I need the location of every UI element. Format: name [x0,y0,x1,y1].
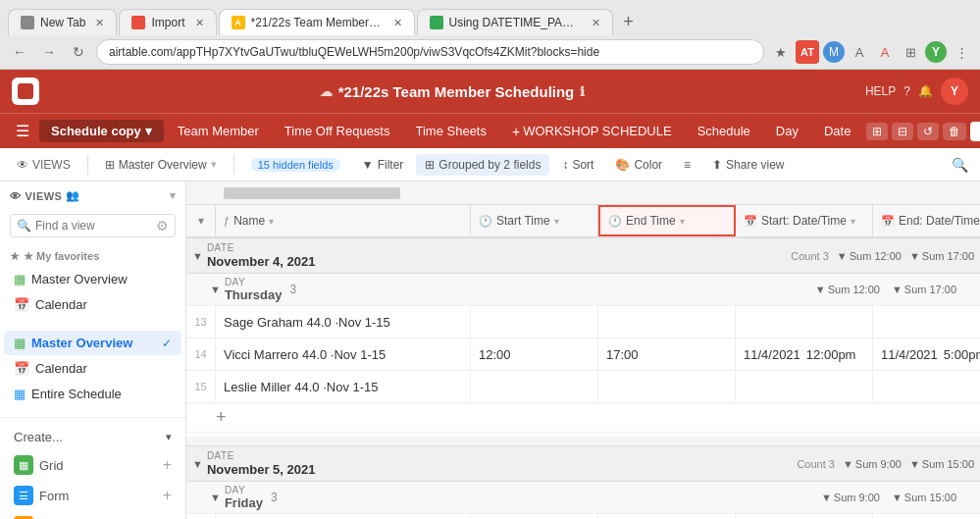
row-end-cell[interactable] [598,306,736,337]
table-row[interactable]: 13 Sage Graham 44.0 ·Nov 1-15 [186,306,980,338]
pdf-icon[interactable]: A [874,41,896,63]
row-end-cell[interactable] [598,514,736,519]
row-name-cell[interactable]: Vicci Marrero 44.0 ·Nov 1-15 [216,338,471,370]
bookmark-icon[interactable]: ★ [770,41,792,63]
master-overview-button[interactable]: ⊞ Master Overview ▾ [96,154,226,176]
sidebar-item-calendar-fav[interactable]: 📅 Calendar [4,292,181,317]
tab-close-icon[interactable]: ✕ [592,17,600,29]
row-enddt-cell[interactable] [873,514,980,519]
day-collapse-icon[interactable]: ▼ [210,492,221,503]
tab-import[interactable]: Import ✕ [119,9,216,35]
sidebar-item-master-overview-fav[interactable]: ▦ Master Overview [4,267,181,291]
sidebar-item-calendar[interactable]: 📅 Calendar [4,356,181,381]
group-nov4-header[interactable]: ▼ DATE November 4, 2021 Count 3 ▼ Sum 12… [186,238,980,274]
nav-icon-2[interactable]: ⊟ [892,123,913,140]
nav-icon-1[interactable]: ⊞ [866,123,888,140]
group-collapse-icon[interactable]: ▼ [192,250,203,262]
table-row[interactable]: 15 Leslie Miller 44.0 ·Nov 1-15 [186,371,980,403]
sidebar-item-master-overview[interactable]: ▦ Master Overview ✓ [4,331,181,355]
address-input[interactable] [96,39,764,65]
group-button[interactable]: ⊞ Grouped by 2 fields [416,154,549,176]
menu-icon[interactable]: ⋮ [951,41,972,63]
help-button[interactable]: HELP [865,84,896,98]
sidebar-settings-gear[interactable]: ⚙ [156,218,169,234]
table-row[interactable]: 16 Sage Graham 44.0 ·Nov 1-15 [186,514,980,519]
nav-tab-time-sheets[interactable]: Time Sheets [403,120,498,142]
question-icon[interactable]: ? [903,84,910,98]
back-button[interactable]: ← [8,40,31,64]
tab-scheduling[interactable]: A *21/22s Team Member Sched... ✕ [219,9,415,35]
sort-button[interactable]: ↕ Sort [553,154,602,176]
forward-button[interactable]: → [37,40,61,64]
search-button[interactable]: 🔍 [948,153,972,177]
group-nov5-header[interactable]: ▼ DATE November 5, 2021 Count 3 ▼ Sum 9:… [186,446,980,482]
share-view-button[interactable]: ⬆ Share view [703,154,793,176]
sidebar-item-entire-schedule[interactable]: ▦ Entire Schedule [4,382,181,406]
profile-icon[interactable]: Y [925,41,947,63]
day-group-thursday-header[interactable]: ▼ DAY Thursday 3 ▼ Sum 12:00 [186,274,980,306]
user-icon[interactable]: M [823,41,845,63]
col-end-header[interactable]: 🕐 End Time ▾ [598,205,736,236]
tab-close-icon[interactable]: ✕ [195,17,204,29]
hidden-fields-button[interactable]: 15 hidden fields [242,154,349,176]
new-tab-button[interactable]: + [615,8,643,35]
create-item-calendar[interactable]: 📅 Calendar + [4,511,181,519]
row-enddt-cell[interactable]: 11/4/2021 5:00pm [873,338,980,370]
app-logo[interactable] [12,78,39,105]
add-row-button[interactable]: + [186,403,980,433]
group-collapse-icon[interactable]: ▼ [192,458,203,470]
row-name-cell[interactable]: Sage Graham 44.0 ·Nov 1-15 [216,306,471,337]
bell-icon[interactable]: 🔔 [918,84,933,98]
share-button[interactable]: SHARE [970,122,980,141]
font-icon[interactable]: A [849,41,870,63]
nav-tab-workshop[interactable]: + WORKSHOP SCHEDULE [500,120,684,143]
tab-close-icon[interactable]: ✕ [95,17,104,29]
sidebar-chevron-icon[interactable]: ▾ [170,189,177,202]
day-collapse-icon[interactable]: ▼ [210,284,221,295]
create-item-grid[interactable]: ▦ Grid + [4,450,181,480]
nav-tab-day[interactable]: Day [764,120,810,142]
views-toggle-button[interactable]: 👁 VIEWS [8,154,79,176]
user-avatar[interactable]: Y [941,78,968,105]
tab-datetime[interactable]: Using DATETIME_PARSE() for... ✕ [417,9,613,35]
row-startdt-cell[interactable] [736,514,873,519]
col-expand[interactable]: ▾ [186,205,216,236]
col-enddt-header[interactable]: 📅 End: Date/Time ▾ [873,205,980,236]
col-start-header[interactable]: 🕐 Start Time ▾ [471,205,598,236]
row-start-cell[interactable] [471,306,598,337]
extensions-icon[interactable]: ⊞ [900,41,921,63]
row-startdt-cell[interactable]: 11/4/2021 12:00pm [736,338,873,370]
nav-tab-team-member[interactable]: Team Member [166,120,271,142]
nav-tab-schedule-copy[interactable]: Schedule copy ▾ [39,120,164,142]
tab-close-icon[interactable]: ✕ [393,17,402,29]
row-end-cell[interactable] [598,371,736,402]
nav-tab-time-off[interactable]: Time Off Requests [273,120,402,142]
color-button[interactable]: 🎨 Color [606,154,671,176]
row-start-cell[interactable] [471,514,598,519]
row-name-cell[interactable]: Leslie Miller 44.0 ·Nov 1-15 [216,371,471,402]
row-start-cell[interactable]: 12:00 [471,338,598,370]
row-height-button[interactable]: ≡ [675,154,699,176]
plus-icon[interactable]: + [163,456,172,474]
col-startdt-header[interactable]: 📅 Start: Date/Time ▾ [736,205,873,236]
table-row[interactable]: 14 Vicci Marrero 44.0 ·Nov 1-15 12:00 17… [186,338,980,371]
row-start-cell[interactable] [471,371,598,402]
row-enddt-cell[interactable] [873,306,980,337]
nav-tab-date[interactable]: Date [812,120,862,142]
nav-icon-3[interactable]: ↺ [917,123,939,140]
row-name-cell[interactable]: Sage Graham 44.0 ·Nov 1-15 [216,514,471,519]
day-group-friday-header[interactable]: ▼ DAY Friday 3 ▼ Sum 9:00 [186,482,980,514]
filter-button[interactable]: ▼ Filter [353,154,413,176]
nav-tab-schedule[interactable]: Schedule [686,120,762,142]
plus-icon[interactable]: + [163,487,172,504]
sidebar-create-button[interactable]: Create... ▾ [4,426,181,448]
row-end-cell[interactable]: 17:00 [598,338,736,370]
row-startdt-cell[interactable] [736,306,873,337]
reload-button[interactable]: ↻ [67,40,90,64]
sidebar-search-input[interactable] [35,219,152,233]
row-enddt-cell[interactable] [873,371,980,402]
sidebar-settings-icon[interactable]: 👥 [66,189,80,202]
nav-icon-4[interactable]: 🗑 [943,123,966,140]
info-icon[interactable]: ℹ [580,84,585,99]
row-startdt-cell[interactable] [736,371,873,402]
